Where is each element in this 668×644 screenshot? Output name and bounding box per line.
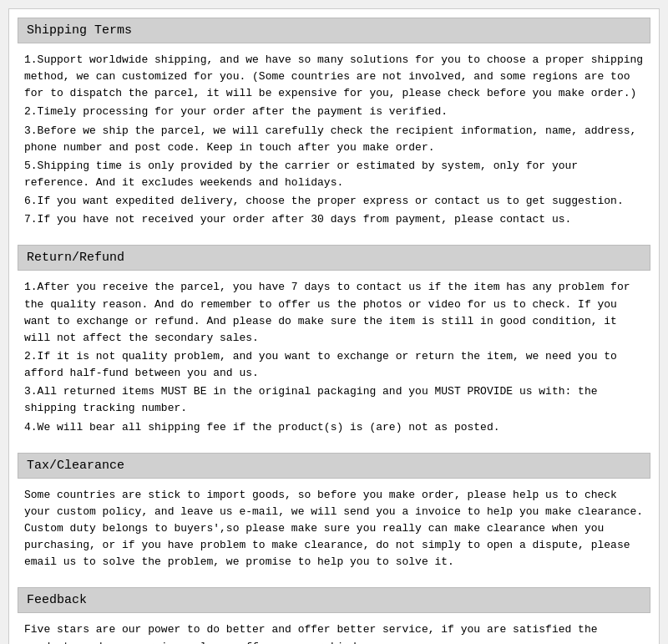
feedback-body: Five stars are our power to do better an… — [18, 618, 650, 644]
tax-clearance-p1: Some countries are stick to import goods… — [24, 487, 644, 571]
feedback-p1: Five stars are our power to do better an… — [24, 621, 644, 644]
tax-clearance-body: Some countries are stick to import goods… — [18, 484, 650, 580]
feedback-header: Feedback — [18, 587, 650, 613]
shipping-terms-p2: 2.Timely processing for your order after… — [24, 104, 644, 120]
return-refund-p3: 3.All returned items MUST BE in the orig… — [24, 383, 644, 417]
shipping-terms-p1: 1.Support worldwide shipping, and we hav… — [24, 52, 644, 102]
return-refund-p2: 2.If it is not quality problem, and you … — [24, 348, 644, 382]
shipping-terms-section: Shipping Terms 1.Support worldwide shipp… — [18, 18, 650, 236]
return-refund-section: Return/Refund 1.After you receive the pa… — [18, 245, 650, 444]
return-refund-body: 1.After you receive the parcel, you have… — [18, 276, 650, 444]
shipping-terms-body: 1.Support worldwide shipping, and we hav… — [18, 48, 650, 236]
shipping-terms-header: Shipping Terms — [18, 18, 650, 43]
feedback-section: Feedback Five stars are our power to do … — [18, 587, 650, 644]
tax-clearance-section: Tax/Clearance Some countries are stick t… — [18, 453, 650, 580]
return-refund-p1: 1.After you receive the parcel, you have… — [24, 279, 644, 347]
shipping-terms-p6: 7.If you have not received your order af… — [24, 211, 644, 228]
return-refund-header: Return/Refund — [18, 245, 650, 271]
page-container: Shipping Terms 1.Support worldwide shipp… — [8, 8, 660, 644]
shipping-terms-p3: 3.Before we ship the parcel, we will car… — [24, 123, 644, 156]
tax-clearance-header: Tax/Clearance — [18, 453, 650, 479]
shipping-terms-p4: 5.Shipping time is only provided by the … — [24, 158, 644, 191]
return-refund-p4: 4.We will bear all shipping fee if the p… — [24, 419, 644, 436]
shipping-terms-p5: 6.If you want expedited delivery, choose… — [24, 193, 644, 210]
